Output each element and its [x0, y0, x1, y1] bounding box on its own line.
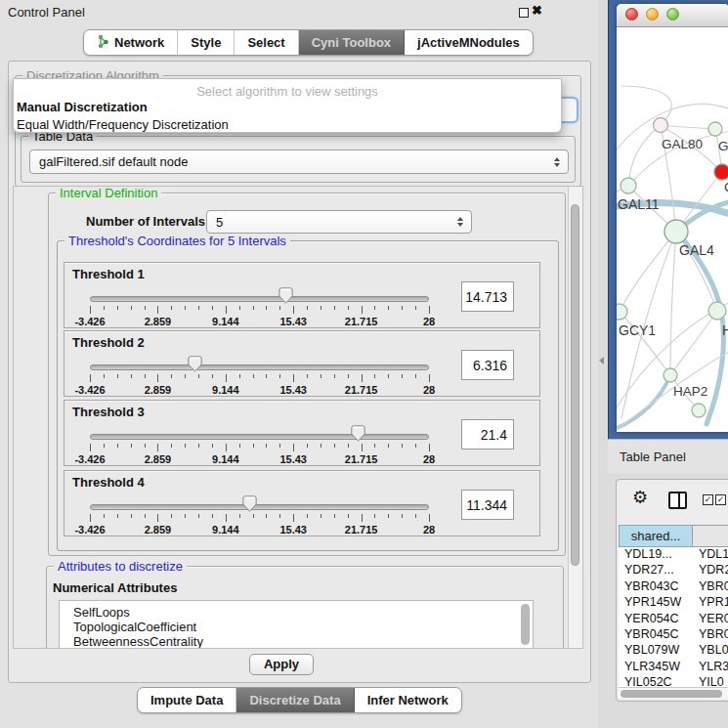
settings-scrollbar-thumb[interactable]: [571, 204, 579, 566]
column-header-name[interactable]: n: [692, 525, 728, 547]
table-row[interactable]: YIL052CYIL0: [619, 675, 728, 687]
node-gal80[interactable]: [654, 118, 668, 133]
threshold-value-box[interactable]: 11.344: [461, 490, 514, 520]
table-data-group: Table Data galFiltered.sif default node: [21, 136, 576, 183]
table-horizontal-scrollbar[interactable]: [619, 687, 728, 699]
tick-label: 15.43: [279, 524, 307, 535]
checkbox-icon[interactable]: ✓: [703, 494, 713, 505]
table-scrollbar-thumb[interactable]: [621, 690, 722, 698]
minimize-traffic-light-icon[interactable]: [646, 8, 659, 21]
settings-scrollbar[interactable]: [568, 187, 582, 648]
attributes-group: Attributes to discretize Numerical Attri…: [46, 566, 564, 649]
node-right-mid[interactable]: [708, 302, 726, 320]
tab-discretize-data[interactable]: Discretize Data: [236, 688, 354, 712]
threshold-slider[interactable]: -3.4262.8599.14415.4321.71528: [90, 498, 429, 535]
column-header-shared[interactable]: shared...: [619, 525, 693, 547]
apply-button[interactable]: Apply: [249, 654, 314, 675]
cell-shared-name: YPR145W: [624, 595, 693, 609]
tick-mark: [307, 374, 308, 378]
close-traffic-light-icon[interactable]: [625, 8, 638, 21]
table-row[interactable]: YBL079WYBL0: [619, 643, 728, 659]
slider-ticks: [90, 514, 429, 523]
tick-mark: [374, 306, 375, 310]
node-hap2[interactable]: [664, 368, 677, 382]
slider-track[interactable]: [90, 296, 429, 302]
gear-icon[interactable]: ⚙: [632, 489, 648, 506]
node-gcy1[interactable]: [617, 304, 627, 320]
algorithm-popup-item[interactable]: Manual Discretization: [14, 99, 561, 116]
slider-track[interactable]: [90, 504, 429, 510]
tab-impute-data[interactable]: Impute Data: [138, 688, 236, 712]
control-panel-title: Control Panel: [8, 5, 85, 20]
table-row[interactable]: YBR045CYBR0: [619, 627, 728, 643]
tab-network[interactable]: Network: [84, 30, 178, 55]
top-tab-bar: NetworkStyleSelectCyni ToolboxjActiveMNo…: [83, 29, 534, 56]
attribute-item[interactable]: SelfLoops: [60, 605, 533, 620]
algorithm-popup-item[interactable]: Equal Width/Frequency Discretization: [14, 116, 561, 134]
tick-mark: [307, 306, 308, 310]
network-window[interactable]: GAL80GCGAL11GAL4GCY1HHAP2: [617, 4, 728, 432]
list-scrollbar-thumb[interactable]: [521, 604, 530, 645]
node-gal4[interactable]: [664, 220, 688, 243]
threshold-value-box[interactable]: 21.4: [461, 419, 514, 450]
tick-label: 28: [423, 453, 435, 465]
attribute-item[interactable]: TopologicalCoefficient: [60, 620, 533, 634]
threshold-slider[interactable]: -3.4262.8599.14415.4321.71528: [90, 359, 429, 396]
tab-select[interactable]: Select: [235, 30, 298, 55]
tick-mark: [415, 374, 416, 378]
tab-style[interactable]: Style: [178, 30, 235, 55]
table-data-combo[interactable]: galFiltered.sif default node: [29, 150, 569, 174]
table-row[interactable]: YBR043CYBR0: [619, 579, 728, 595]
tab-label: Impute Data: [150, 693, 223, 707]
node-gal11[interactable]: [621, 178, 636, 193]
threshold-panel: Threshold 3 -3.4262.8599.14415.4321.7152…: [64, 400, 540, 466]
slider-track[interactable]: [90, 434, 429, 440]
tick-label: 15.43: [279, 453, 307, 465]
tick-mark: [307, 444, 308, 448]
split-divider-grip[interactable]: [599, 357, 604, 364]
tick-mark: [239, 374, 240, 378]
tick-label: 9.144: [212, 316, 239, 327]
table-row[interactable]: YDL19...YDL1: [619, 547, 728, 563]
tab-jactivemnodules[interactable]: jActiveMNodules: [405, 30, 533, 55]
node-top-right[interactable]: [708, 122, 722, 136]
table-row[interactable]: YLR345WYLR3: [619, 660, 728, 675]
tick-label: 21.715: [345, 316, 378, 327]
threshold-slider[interactable]: -3.4262.8599.14415.4321.71528: [90, 290, 429, 327]
table-row[interactable]: YER054CYER0: [619, 612, 728, 627]
threshold-slider[interactable]: -3.4262.8599.14415.4321.71528: [90, 428, 429, 465]
node-red[interactable]: [714, 164, 728, 180]
tab-infer-network[interactable]: Infer Network: [355, 688, 461, 712]
tick-mark: [429, 374, 430, 382]
numerical-attributes-list[interactable]: SelfLoopsTopologicalCoefficientBetweenne…: [59, 600, 534, 649]
slider-thumb[interactable]: [188, 356, 202, 372]
zoom-traffic-light-icon[interactable]: [666, 8, 679, 21]
slider-thumb[interactable]: [278, 287, 293, 304]
node-bottom-partial[interactable]: [692, 404, 706, 417]
slider-thumb[interactable]: [351, 425, 365, 442]
tick-mark: [131, 306, 132, 310]
tab-cyni-toolbox[interactable]: Cyni Toolbox: [299, 30, 405, 55]
table-row[interactable]: YPR145WYPR1: [619, 595, 728, 611]
slider-track[interactable]: [90, 364, 429, 370]
attribute-item[interactable]: BetweennessCentrality: [60, 634, 533, 649]
slider-thumb[interactable]: [242, 495, 257, 512]
checkbox-icon[interactable]: ✓: [715, 494, 726, 505]
tick-mark: [293, 444, 294, 451]
float-window-icon[interactable]: [519, 8, 529, 18]
number-of-intervals-combo[interactable]: 5: [206, 210, 472, 234]
threshold-value-box[interactable]: 6.316: [461, 350, 514, 380]
columns-icon[interactable]: [668, 492, 687, 509]
tick-mark: [321, 306, 321, 310]
tick-mark: [198, 306, 199, 310]
number-of-intervals-value: 5: [216, 215, 223, 230]
tick-mark: [226, 444, 227, 451]
tick-mark: [90, 374, 91, 382]
tick-mark: [293, 306, 294, 314]
tick-mark: [185, 374, 186, 378]
close-icon[interactable]: ✖: [532, 3, 542, 18]
network-canvas[interactable]: GAL80GCGAL11GAL4GCY1HHAP2: [617, 27, 728, 432]
tick-mark: [266, 374, 267, 378]
threshold-value-box[interactable]: 14.713: [461, 281, 514, 312]
table-row[interactable]: YDR27...YDR2: [619, 563, 728, 578]
